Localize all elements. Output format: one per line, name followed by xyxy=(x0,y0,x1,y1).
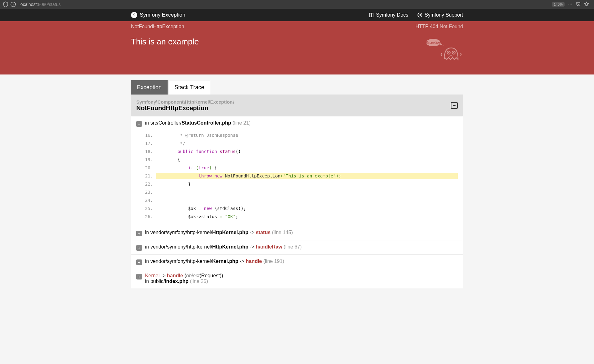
frame-method: status xyxy=(256,230,270,235)
error-header: NotFoundHttpException HTTP 404 Not Found… xyxy=(0,21,594,74)
line-number: 21. xyxy=(145,173,156,178)
frame-args: ( xyxy=(183,273,186,278)
exception-class: NotFoundHttpException xyxy=(131,24,184,29)
support-link[interactable]: Symfony Support xyxy=(417,12,463,18)
code-line-highlighted: throw new NotFoundHttpException("This is… xyxy=(156,173,458,179)
frame-path: vendor/symfony/http-kernel/ xyxy=(150,244,212,249)
line-number: 18. xyxy=(145,149,156,154)
frame-line: (line 25) xyxy=(189,279,208,284)
http-status: HTTP 404 xyxy=(415,24,438,29)
line-number: 22. xyxy=(145,182,156,187)
trace-frame-1: + in vendor/symfony/http-kernel/HttpKern… xyxy=(131,226,463,240)
frame-arrow: -> xyxy=(159,273,167,278)
frame-arrow: -> xyxy=(248,244,256,249)
more-icon[interactable] xyxy=(568,2,573,8)
trace-header[interactable]: Symfony\Component\HttpKernel\Exception\ … xyxy=(131,95,463,116)
frame-line: (line 21) xyxy=(231,120,251,126)
frame-line: (line 145) xyxy=(271,230,293,235)
trace-frame-0: − in src/Controller/StatusController.php… xyxy=(131,116,463,226)
shield-icon xyxy=(3,1,9,8)
svg-point-18 xyxy=(453,52,454,53)
collapse-icon[interactable] xyxy=(451,102,458,109)
svg-line-11 xyxy=(418,16,419,17)
docs-link[interactable]: Symfony Docs xyxy=(368,12,408,18)
zoom-level[interactable]: 140% xyxy=(552,2,565,7)
code-line: * @return JsonResponse xyxy=(156,133,238,138)
tab-exception[interactable]: Exception xyxy=(131,80,168,95)
pocket-icon[interactable] xyxy=(576,2,581,8)
line-number: 23. xyxy=(145,190,156,195)
browser-address-bar: localhost:8080/status 140% xyxy=(0,0,594,9)
line-number: 25. xyxy=(145,206,156,211)
docs-label: Symfony Docs xyxy=(376,12,408,18)
expand-frame-icon[interactable]: + xyxy=(136,231,142,236)
ghost-icon: Exception! xyxy=(422,37,463,62)
frame-arrow: -> xyxy=(238,259,246,264)
frame-path: public/ xyxy=(150,279,165,284)
frame-path: vendor/symfony/http-kernel/ xyxy=(150,230,212,235)
code-line: public function status() xyxy=(156,148,458,155)
code-line: $ok->status = "OK"; xyxy=(156,213,458,220)
frame-in: in xyxy=(145,259,150,264)
line-number: 24. xyxy=(145,198,156,203)
url-path: :8080/status xyxy=(37,2,60,7)
code-snippet: 16. * @return JsonResponse 17. */ 18. pu… xyxy=(145,131,458,221)
line-number: 16. xyxy=(145,133,156,138)
frame-method: handleRaw xyxy=(256,244,282,249)
tab-stack-trace[interactable]: Stack Trace xyxy=(169,80,210,95)
expand-frame-icon[interactable]: + xyxy=(136,245,142,251)
code-line: */ xyxy=(156,141,185,146)
frame-method: handle xyxy=(167,273,183,278)
svg-point-17 xyxy=(448,52,449,53)
frame-line: (line 191) xyxy=(262,259,284,264)
trace-frame-2: + in vendor/symfony/http-kernel/HttpKern… xyxy=(131,240,463,254)
trace-panel: Symfony\Component\HttpKernel\Exception\ … xyxy=(131,95,463,288)
url-input[interactable]: localhost:8080/status xyxy=(18,1,552,8)
frame-file: index.php xyxy=(165,279,189,284)
info-icon[interactable] xyxy=(10,1,16,8)
svg-line-9 xyxy=(418,13,419,14)
trace-namespace: Symfony\Component\HttpKernel\Exception\ xyxy=(136,99,234,105)
svg-point-5 xyxy=(571,3,572,4)
frame-obj: object xyxy=(186,273,200,278)
frame-in: in xyxy=(145,279,150,284)
frame-file: HttpKernel.php xyxy=(212,244,248,249)
trace-frame-3: + in vendor/symfony/http-kernel/Kernel.p… xyxy=(131,254,463,269)
line-number: 20. xyxy=(145,165,156,170)
frame-method: handle xyxy=(246,259,262,264)
http-text: Not Found xyxy=(440,24,463,29)
code-line xyxy=(156,200,458,201)
symfony-header: Symfony Exception Symfony Docs Symfony S… xyxy=(0,9,594,21)
trace-class: NotFoundHttpException xyxy=(136,105,234,112)
svg-line-12 xyxy=(421,13,422,14)
expand-frame-icon[interactable]: + xyxy=(136,259,142,265)
symfony-logo-icon xyxy=(131,12,137,18)
url-host: localhost xyxy=(19,2,37,7)
svg-point-8 xyxy=(419,14,421,16)
frame-line: (line 67) xyxy=(282,244,302,249)
frame-file: HttpKernel.php xyxy=(212,230,248,235)
line-number: 19. xyxy=(145,157,156,162)
code-line: } xyxy=(156,181,458,187)
svg-point-3 xyxy=(568,3,569,4)
line-number: 26. xyxy=(145,214,156,219)
code-line: $ok = new \stdClass(); xyxy=(156,205,458,212)
expand-frame-icon[interactable]: + xyxy=(136,274,142,279)
support-label: Symfony Support xyxy=(425,12,463,18)
frame-path: src/Controller/ xyxy=(150,120,182,126)
line-number: 17. xyxy=(145,141,156,146)
trace-frame-4: + Kernel -> handle (object(Request)) in … xyxy=(131,269,463,288)
frame-path: vendor/symfony/http-kernel/ xyxy=(150,259,212,264)
frame-in: in xyxy=(145,230,150,235)
svg-line-10 xyxy=(421,16,422,17)
error-message: This is an example xyxy=(131,37,199,47)
collapse-frame-icon[interactable]: − xyxy=(136,121,142,127)
header-title: Symfony Exception xyxy=(140,12,185,18)
frame-in: in xyxy=(145,120,150,126)
frame-args-rest: (Request)) xyxy=(200,273,223,278)
svg-point-4 xyxy=(570,3,571,4)
svg-text:Exception!: Exception! xyxy=(426,41,441,44)
tabs: Exception Stack Trace xyxy=(131,80,463,95)
star-icon[interactable] xyxy=(584,2,589,8)
frame-arrow: -> xyxy=(248,230,256,235)
